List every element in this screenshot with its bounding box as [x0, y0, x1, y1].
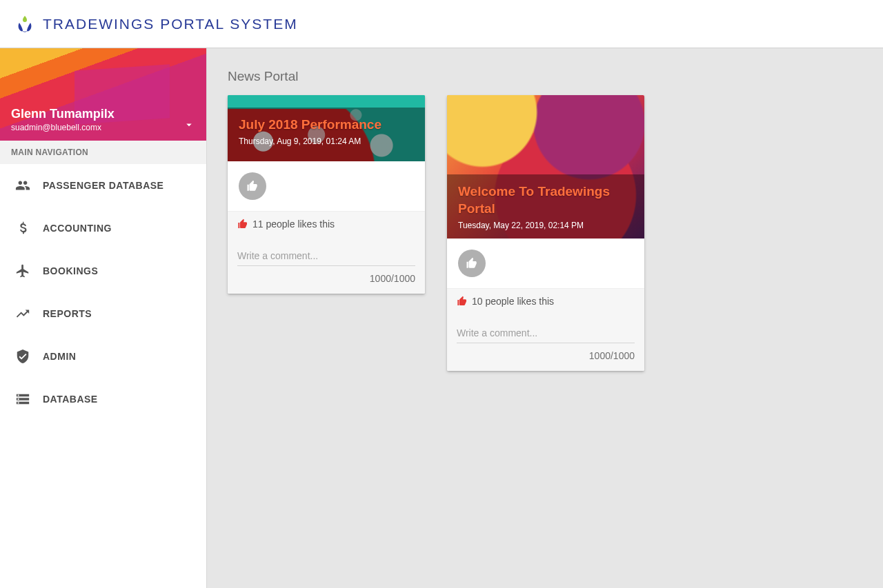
likes-text: 10 people likes this [472, 296, 554, 307]
card-media: Welcome To Tradewings Portal Tuesday, Ma… [447, 95, 644, 239]
nav-item-database[interactable]: DATABASE [0, 378, 206, 420]
like-button[interactable] [458, 250, 486, 277]
nav-label: PASSENGER DATABASE [43, 180, 163, 191]
card-actions [228, 161, 425, 212]
page-title: News Portal [228, 69, 862, 84]
thumbs-up-icon [246, 180, 259, 192]
card-media: July 2018 Performance Thursday, Aug 9, 2… [228, 95, 425, 161]
trending-up-icon [15, 306, 30, 321]
thumbs-up-icon [466, 257, 478, 270]
likes-text: 11 people likes this [252, 219, 335, 230]
sidebar-nav: PASSENGER DATABASE ACCOUNTING BOOKINGS R… [0, 164, 206, 588]
card-date: Thursday, Aug 9, 2019, 01:24 AM [239, 136, 414, 146]
chevron-down-icon[interactable] [183, 119, 195, 131]
card-actions [447, 239, 644, 289]
nav-item-reports[interactable]: REPORTS [0, 292, 206, 335]
user-name: Glenn Tumampilx [11, 107, 195, 121]
thumbs-up-filled-icon [237, 219, 248, 230]
comment-counter: 1000/1000 [457, 350, 635, 361]
brand-title: TRADEWINGS PORTAL SYSTEM [43, 16, 298, 32]
like-button[interactable] [239, 172, 266, 200]
card-comment-area: 1000/1000 [447, 314, 644, 371]
card-likes: 11 people likes this [228, 212, 425, 236]
comment-input[interactable] [237, 246, 415, 266]
sidebar: Glenn Tumampilx suadmin@bluebell.comx MA… [0, 48, 207, 588]
group-icon [15, 178, 30, 193]
card-likes: 10 people likes this [447, 289, 644, 314]
card-comment-area: 1000/1000 [228, 236, 425, 294]
nav-item-passenger-database[interactable]: PASSENGER DATABASE [0, 164, 206, 207]
nav-label: REPORTS [43, 308, 92, 319]
comment-counter: 1000/1000 [237, 273, 415, 284]
card-title: Welcome To Tradewings Portal [458, 183, 633, 218]
news-card: July 2018 Performance Thursday, Aug 9, 2… [228, 95, 425, 294]
nav-item-admin[interactable]: ADMIN [0, 335, 206, 378]
card-date: Tuesday, May 22, 2019, 02:14 PM [458, 221, 633, 230]
nav-item-bookings[interactable]: BOOKINGS [0, 250, 206, 292]
nav-item-accounting[interactable]: ACCOUNTING [0, 207, 206, 250]
airplane-icon [15, 263, 30, 278]
storage-icon [15, 392, 30, 407]
sidebar-user-panel[interactable]: Glenn Tumampilx suadmin@bluebell.comx [0, 48, 206, 141]
nav-label: ADMIN [43, 351, 76, 362]
card-title: July 2018 Performance [239, 116, 414, 134]
news-cards: July 2018 Performance Thursday, Aug 9, 2… [228, 95, 862, 371]
main-content: News Portal July 2018 Performance Thursd… [207, 48, 883, 588]
brand-logo-icon [17, 14, 33, 34]
sidebar-section-label: MAIN NAVIGATION [0, 141, 206, 164]
topbar: TRADEWINGS PORTAL SYSTEM [0, 0, 883, 48]
nav-label: DATABASE [43, 394, 98, 405]
nav-label: ACCOUNTING [43, 223, 112, 234]
dollar-icon [15, 221, 30, 236]
shield-check-icon [15, 349, 30, 364]
user-email: suadmin@bluebell.comx [11, 123, 195, 132]
nav-label: BOOKINGS [43, 265, 98, 276]
comment-input[interactable] [457, 323, 635, 343]
thumbs-up-filled-icon [457, 296, 468, 307]
news-card: Welcome To Tradewings Portal Tuesday, Ma… [447, 95, 644, 371]
